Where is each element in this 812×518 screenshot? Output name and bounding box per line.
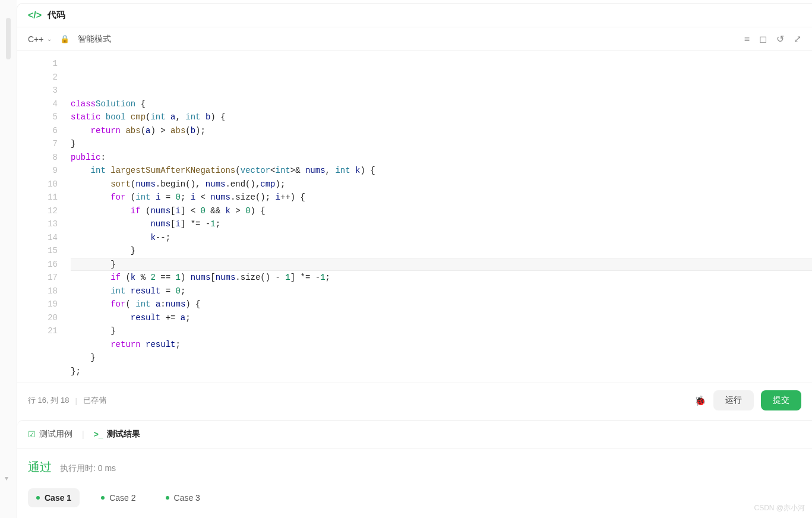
case-label: Case 1 [45, 493, 71, 503]
panel-header: </> 代码 [17, 4, 812, 27]
case-tab[interactable]: Case 3 [157, 488, 208, 507]
tab-results[interactable]: >_ 测试结果 [94, 429, 140, 440]
line-number: 11 [17, 191, 58, 204]
line-number: 6 [17, 124, 58, 138]
code-line[interactable]: return abs(a) > abs(b); [71, 124, 812, 138]
expand-icon[interactable]: ⤢ [794, 33, 801, 45]
line-gutter: 123456789101112131415161718192021 [17, 51, 71, 383]
line-number: 5 [17, 110, 58, 124]
code-line[interactable]: int largestSumAfterKNegations(vector<int… [71, 164, 812, 178]
line-number: 10 [17, 178, 58, 191]
collapse-handle[interactable]: ▾ [5, 474, 8, 482]
line-number: 18 [17, 285, 58, 298]
run-button[interactable]: 运行 [713, 390, 754, 410]
watermark: CSDN @亦小河 [754, 503, 805, 513]
code-line[interactable]: static bool cmp(int a, int b) { [71, 110, 812, 124]
code-line[interactable]: classSolution { [71, 97, 812, 111]
status-bar: 行 16, 列 18 | 已存储 🐞 运行 提交 [17, 383, 812, 418]
code-line[interactable]: for( int a:nums) { [71, 298, 812, 311]
line-number: 21 [17, 324, 58, 338]
check-icon: ☑ [28, 429, 36, 439]
panel-title: 代码 [48, 10, 65, 21]
case-tab[interactable]: Case 1 [28, 488, 80, 507]
code-line[interactable]: public: [71, 151, 812, 165]
results-tabs: ☑ 测试用例 | >_ 测试结果 [17, 421, 812, 448]
code-line[interactable]: return result; [71, 338, 812, 352]
code-icon: </> [28, 10, 42, 21]
line-number: 13 [17, 217, 58, 231]
code-line[interactable]: } [71, 258, 812, 271]
code-line[interactable]: int result = 0; [71, 285, 812, 298]
line-number: 17 [17, 271, 58, 285]
case-list: Case 1Case 2Case 3 [28, 488, 801, 507]
code-line[interactable]: if (k % 2 == 1) nums[nums.size() - 1] *=… [71, 271, 812, 285]
lines-icon[interactable]: ≡ [744, 34, 750, 45]
code-line[interactable]: k--; [71, 231, 812, 245]
cursor-position: 行 16, 列 18 [28, 395, 69, 406]
line-number: 16 [17, 258, 58, 271]
status-dot [166, 496, 169, 500]
line-number: 14 [17, 231, 58, 245]
code-line[interactable]: if (nums[i] < 0 && k > 0) { [71, 204, 812, 218]
status-dot [36, 496, 40, 500]
line-number: 20 [17, 311, 58, 325]
line-number: 19 [17, 298, 58, 311]
code-line[interactable]: nums[i] *= -1; [71, 217, 812, 231]
code-line[interactable]: sort(nums.begin(), nums.end(),cmp); [71, 178, 812, 191]
case-label: Case 3 [174, 493, 200, 503]
language-selector[interactable]: C++ ⌄ [28, 34, 52, 44]
line-number: 4 [17, 97, 58, 111]
lock-icon: 🔒 [60, 34, 69, 43]
line-number: 1 [17, 57, 58, 71]
code-line[interactable]: }; [71, 365, 812, 378]
submit-button[interactable]: 提交 [761, 390, 801, 410]
separator: | [75, 396, 77, 405]
tab-testcases-label: 测试用例 [39, 429, 72, 440]
pass-status: 通过 [28, 459, 52, 475]
code-line[interactable]: } [71, 351, 812, 365]
reset-icon[interactable]: ↺ [776, 33, 784, 45]
code-line[interactable]: } [71, 137, 812, 151]
line-number: 15 [17, 244, 58, 258]
code-line[interactable]: } [71, 244, 812, 258]
results-panel: ☑ 测试用例 | >_ 测试结果 通过 执行用时: 0 ms Case 1Cas… [17, 420, 812, 518]
bug-icon[interactable]: 🐞 [694, 395, 706, 406]
tab-testcases[interactable]: ☑ 测试用例 [28, 429, 72, 440]
line-number: 12 [17, 204, 58, 218]
code-editor[interactable]: 123456789101112131415161718192021 classS… [17, 51, 812, 383]
code-line[interactable]: result += a; [71, 311, 812, 325]
line-number: 9 [17, 164, 58, 178]
status-dot [101, 496, 105, 500]
chevron-down-icon: ⌄ [47, 36, 52, 42]
mode-label: 智能模式 [78, 34, 111, 45]
sidebar-scroll: ▾ [0, 0, 17, 518]
line-number: 7 [17, 137, 58, 151]
line-number: 2 [17, 71, 58, 84]
case-label: Case 2 [109, 493, 135, 503]
separator: | [82, 429, 84, 439]
bookmark-icon[interactable]: ◻ [759, 33, 767, 45]
runtime-text: 执行用时: 0 ms [60, 463, 116, 474]
case-tab[interactable]: Case 2 [93, 488, 144, 507]
code-area[interactable]: classSolution {static bool cmp(int a, in… [71, 51, 812, 383]
terminal-icon: >_ [94, 429, 103, 439]
scrollbar-thumb[interactable] [6, 18, 11, 59]
line-number: 8 [17, 151, 58, 165]
code-line[interactable]: } [71, 324, 812, 338]
save-status: 已存储 [83, 395, 106, 406]
editor-toolbar: C++ ⌄ 🔒 智能模式 ≡ ◻ ↺ ⤢ [17, 27, 812, 51]
language-label: C++ [28, 34, 43, 44]
line-number: 3 [17, 84, 58, 97]
code-line[interactable]: for (int i = 0; i < nums.size(); i++) { [71, 191, 812, 204]
tab-results-label: 测试结果 [107, 429, 140, 440]
